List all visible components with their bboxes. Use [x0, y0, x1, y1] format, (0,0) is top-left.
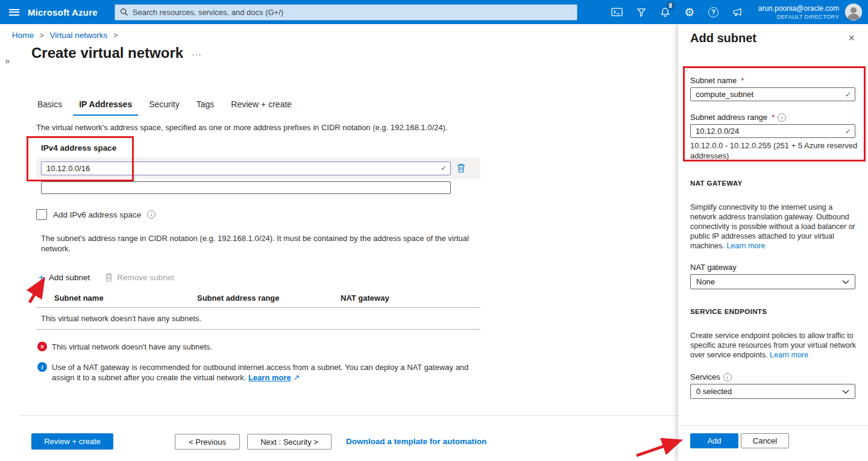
endpoints-learn-more-link[interactable]: Learn more [770, 351, 808, 359]
tab-basics[interactable]: Basics [31, 97, 68, 116]
nat-gateway-label: NAT gateway [690, 263, 737, 272]
footer-divider [19, 415, 678, 416]
delete-address-space-button[interactable] [457, 163, 465, 173]
tab-bar: Basics IP Addresses Security Tags Review… [31, 97, 303, 116]
breadcrumb: Home > Virtual networks > [12, 31, 121, 40]
previous-button[interactable]: < Previous [175, 434, 240, 450]
subnet-name-input[interactable] [690, 87, 855, 101]
range-hint: 10.12.0.0 - 10.12.0.255 (251 + 5 Azure r… [690, 140, 859, 161]
breadcrumb-virtual-networks-link[interactable]: Virtual networks [50, 31, 108, 40]
hamburger-icon [9, 9, 19, 16]
nat-learn-more-link[interactable]: Learn more [726, 242, 765, 250]
download-template-link[interactable]: Download a template for automation [346, 437, 486, 446]
error-text: This virtual network doesn't have any su… [52, 342, 212, 352]
add-button[interactable]: Add [690, 433, 738, 448]
subnet-range-input[interactable] [690, 124, 855, 138]
ipv4-address-row: ✓ [36, 157, 480, 179]
required-marker: * [772, 113, 775, 122]
info-banner: i Use of a NAT gateway is recommended fo… [37, 362, 483, 383]
avatar[interactable] [845, 4, 862, 20]
feedback-button[interactable] [726, 0, 750, 24]
external-link-icon: ↗ [293, 373, 300, 382]
breadcrumb-separator: > [40, 31, 44, 40]
table-header-divider [36, 307, 480, 308]
services-info-icon[interactable]: i [723, 373, 732, 381]
person-icon [845, 4, 862, 20]
services-value: 0 selected [696, 387, 732, 396]
filter-icon [637, 8, 646, 17]
cloud-shell-icon [611, 7, 623, 17]
add-ipv6-checkbox[interactable] [36, 209, 47, 220]
services-label-text: Services [690, 372, 720, 381]
nat-gateway-value: None [696, 277, 715, 286]
service-endpoints-section-title: SERVICE ENDPOINTS [690, 308, 767, 315]
account-menu[interactable]: arun.poonia@oracle.com DEFAULT DIRECTORY [758, 4, 839, 20]
column-header-subnet-range: Subnet address range [197, 293, 280, 303]
cancel-button[interactable]: Cancel [741, 433, 789, 448]
subnet-name-label: Subnet name* [690, 76, 744, 85]
ipv6-option-row: Add IPv6 address space i [36, 209, 156, 220]
settings-button[interactable]: ⚙ [678, 0, 702, 24]
info-icon: i [37, 362, 47, 372]
topbar: Microsoft Azure 8 ⚙ ? arun.poonia@oracle… [0, 0, 868, 24]
column-header-subnet-name: Subnet name [54, 293, 104, 303]
help-icon: ? [708, 7, 719, 17]
page-title: Create virtual network [31, 45, 183, 61]
remove-trash-icon [105, 273, 113, 282]
ipv4-address-space-label: IPv4 address space [41, 143, 116, 152]
subnet-range-label: Subnet address range* i [690, 113, 786, 122]
hamburger-menu-button[interactable] [0, 0, 28, 24]
tab-security[interactable]: Security [143, 97, 186, 116]
additional-address-space-input[interactable] [41, 181, 451, 194]
global-search[interactable] [115, 4, 577, 20]
topbar-right: 8 ⚙ ? arun.poonia@oracle.com DEFAULT DIR… [605, 0, 868, 24]
directories-filter-button[interactable] [629, 0, 653, 24]
collapse-pane-button[interactable]: » [5, 55, 10, 66]
main-content: Home > Virtual networks > » Create virtu… [0, 24, 678, 461]
close-panel-icon[interactable]: × [848, 33, 855, 43]
help-button[interactable]: ? [702, 0, 726, 24]
nat-description: Simplify connectivity to the internet us… [690, 202, 858, 251]
breadcrumb-separator: > [113, 31, 118, 40]
cloud-shell-button[interactable] [605, 0, 629, 24]
error-banner: × This virtual network doesn't have any … [37, 342, 212, 352]
subnet-name-label-text: Subnet name [690, 76, 737, 85]
breadcrumb-home-link[interactable]: Home [12, 31, 34, 40]
tab-tags[interactable]: Tags [190, 97, 221, 116]
notification-badge: 8 [666, 1, 675, 10]
subnet-actions-row: + Add subnet Remove subnet [39, 272, 174, 283]
next-security-button[interactable]: Next : Security > [247, 434, 332, 450]
plus-icon: + [39, 272, 45, 283]
panel-title: Add subnet [690, 31, 756, 45]
address-space-intro: The virtual network's address space, spe… [36, 122, 470, 133]
remove-subnet-button[interactable]: Remove subnet [117, 273, 174, 282]
add-subnet-button[interactable]: Add subnet [49, 273, 90, 282]
info-learn-more-link[interactable]: Learn more [248, 373, 291, 382]
subnet-range-info-icon[interactable]: i [778, 113, 786, 122]
nat-gateway-section-title: NAT GATEWAY [690, 180, 743, 187]
user-directory: DEFAULT DIRECTORY [758, 13, 839, 20]
nat-gateway-select[interactable]: None [690, 274, 855, 289]
review-create-button[interactable]: Review + create [31, 433, 113, 450]
notifications-button[interactable]: 8 [653, 0, 678, 24]
services-select[interactable]: 0 selected [690, 384, 855, 399]
ipv4-address-input[interactable] [41, 162, 451, 175]
add-ipv6-label: Add IPv6 address space [53, 210, 141, 220]
tab-review-create[interactable]: Review + create [225, 97, 298, 116]
nat-description-text: Simplify connectivity to the internet us… [690, 203, 855, 250]
ipv6-info-icon[interactable]: i [147, 210, 156, 219]
subnet-range-note: The subnet's address range in CIDR notat… [41, 233, 469, 254]
azure-brand[interactable]: Microsoft Azure [28, 7, 98, 17]
services-label: Services i [690, 372, 732, 381]
user-email: arun.poonia@oracle.com [758, 4, 839, 13]
endpoints-description: Create service endpoint policies to allo… [690, 331, 858, 360]
panel-footer-divider [678, 425, 868, 426]
more-actions-icon[interactable]: ··· [192, 49, 202, 59]
add-subnet-panel: Add subnet × Subnet name* ✓ Subnet addre… [678, 24, 868, 461]
column-header-nat-gateway: NAT gateway [341, 293, 389, 303]
trash-icon [457, 163, 465, 173]
search-input[interactable] [133, 8, 572, 17]
chevron-down-icon [842, 280, 849, 284]
search-icon [120, 8, 128, 16]
tab-ip-addresses[interactable]: IP Addresses [73, 97, 138, 116]
